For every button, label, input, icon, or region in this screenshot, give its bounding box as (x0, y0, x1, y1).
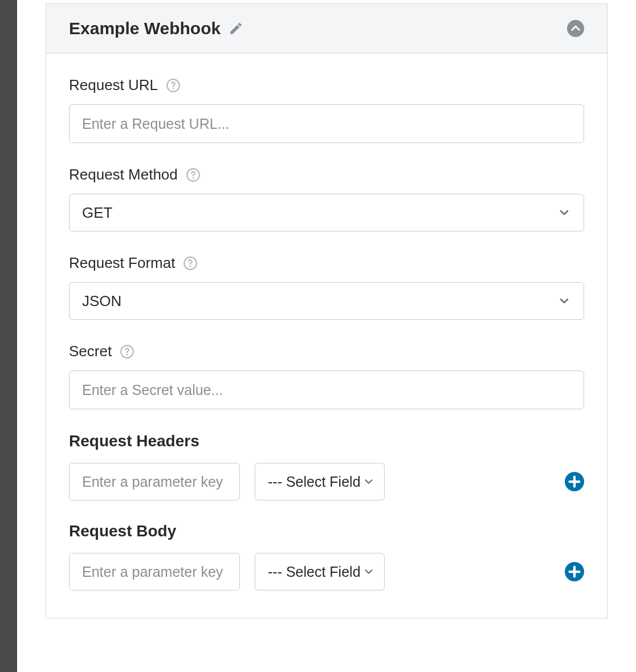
webhook-settings-panel: Example Webhook Request URL (17, 0, 636, 672)
secret-label: Secret (69, 343, 112, 360)
chevron-down-icon (362, 475, 375, 488)
request-method-value: GET (82, 204, 112, 222)
question-icon[interactable] (120, 344, 134, 359)
plus-circle-icon[interactable] (565, 472, 584, 491)
request-format-field: Request Format JSON (69, 254, 584, 320)
header-param-key-input[interactable] (69, 463, 240, 500)
body-param-select-value: --- Select Field --- (268, 564, 362, 580)
card-header-left: Example Webhook (69, 19, 243, 38)
request-format-label: Request Format (69, 254, 175, 272)
card-body: Request URL Request Method (46, 54, 607, 618)
request-headers-section: Request Headers --- Select Field --- (69, 432, 584, 500)
secret-input[interactable] (69, 370, 584, 409)
webhook-card: Example Webhook Request URL (46, 3, 608, 618)
request-url-input[interactable] (69, 104, 584, 143)
request-method-select[interactable]: GET (69, 194, 584, 231)
webhook-title: Example Webhook (69, 19, 221, 38)
question-icon[interactable] (183, 256, 198, 271)
svg-point-0 (567, 20, 584, 37)
request-format-value: JSON (82, 292, 121, 310)
svg-point-4 (192, 177, 194, 179)
body-param-value-select[interactable]: --- Select Field --- (255, 553, 385, 590)
question-icon[interactable] (166, 78, 181, 93)
request-headers-heading: Request Headers (69, 432, 584, 450)
body-param-key-input[interactable] (69, 553, 240, 590)
request-body-heading: Request Body (69, 522, 584, 540)
svg-point-2 (173, 88, 174, 89)
header-param-select-value: --- Select Field --- (268, 474, 362, 490)
question-icon[interactable] (186, 168, 201, 182)
request-method-label: Request Method (69, 166, 178, 184)
request-method-field: Request Method GET (69, 166, 584, 231)
request-url-field: Request URL (69, 76, 584, 143)
chevron-down-icon (557, 294, 571, 308)
svg-point-8 (127, 354, 128, 356)
chevron-up-icon[interactable] (567, 20, 584, 37)
svg-point-6 (190, 266, 191, 267)
plus-circle-icon[interactable] (565, 562, 584, 581)
card-header: Example Webhook (46, 4, 607, 54)
request-body-section: Request Body --- Select Field --- (69, 522, 584, 590)
secret-field: Secret (69, 343, 584, 409)
header-param-value-select[interactable]: --- Select Field --- (255, 463, 385, 500)
header-param-row: --- Select Field --- (69, 463, 584, 500)
request-url-label: Request URL (69, 76, 158, 94)
request-format-select[interactable]: JSON (69, 282, 584, 320)
body-param-row: --- Select Field --- (69, 553, 584, 590)
pencil-icon[interactable] (229, 21, 243, 36)
chevron-down-icon (362, 565, 375, 578)
chevron-down-icon (557, 206, 571, 219)
